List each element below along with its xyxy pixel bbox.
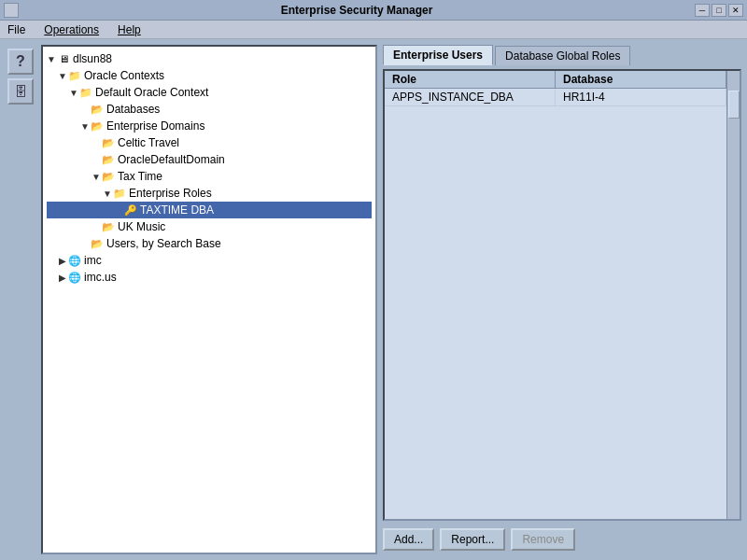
- tree-panel: ▼ 🖥 dlsun88 ▼ 📁 Oracle Contexts ▼ 📁 Defa…: [41, 45, 377, 554]
- tree-node-users-by-search[interactable]: 📂 Users, by Search Base: [47, 235, 372, 252]
- node-label-default-oracle-context: Default Oracle Context: [95, 86, 208, 99]
- node-label-oracle-contexts: Oracle Contexts: [84, 69, 164, 82]
- folder-yellow-icon-tax-time: 📂: [101, 170, 116, 183]
- folder-yellow-icon-users-by-search: 📂: [90, 237, 105, 250]
- col-role: Role: [385, 71, 556, 88]
- tab-enterprise-users[interactable]: Enterprise Users: [383, 45, 493, 65]
- menu-bar: File Operations Help: [0, 21, 747, 39]
- expander-dlsun88: ▼: [47, 54, 56, 64]
- expander-users-by-search: [80, 239, 90, 249]
- sidebar-icons: ? 🗄: [6, 45, 35, 554]
- tree-node-tax-time[interactable]: ▼ 📂 Tax Time: [47, 168, 372, 185]
- title-bar: Enterprise Security Manager ─ □ ✕: [0, 0, 747, 21]
- folder-yellow-icon-oracle-default-domain: 📂: [101, 153, 116, 166]
- minimize-button[interactable]: ─: [695, 4, 710, 17]
- tree-node-enterprise-roles[interactable]: ▼ 📁 Enterprise Roles: [47, 185, 372, 202]
- folder-blue-icon-default-oracle-context: 📁: [78, 86, 93, 99]
- table-row[interactable]: APPS_INSTANCE_DBA HR11I-4: [385, 89, 726, 106]
- folder-yellow-icon-celtic-travel: 📂: [101, 136, 116, 149]
- globe-icon-imc-us: 🌐: [67, 271, 82, 284]
- expander-uk-music: [92, 222, 101, 232]
- node-label-tax-time: Tax Time: [118, 170, 162, 183]
- right-panel: Enterprise Users Database Global Roles R…: [383, 45, 741, 554]
- expander-imc-us: ▶: [58, 273, 67, 283]
- report-button[interactable]: Report...: [440, 528, 505, 551]
- node-label-databases: Databases: [106, 103, 160, 116]
- node-label-imc-us: imc.us: [84, 271, 117, 284]
- role-key-icon-taxtime-dba: 🔑: [123, 203, 138, 217]
- expander-oracle-default-domain: [92, 155, 101, 165]
- node-label-celtic-travel: Celtic Travel: [118, 136, 179, 149]
- menu-operations[interactable]: Operations: [40, 22, 103, 37]
- expander-taxtime-dba: [114, 205, 123, 216]
- folder-yellow-icon-databases: 📂: [90, 103, 105, 116]
- menu-file[interactable]: File: [4, 22, 29, 37]
- window-title: Enterprise Security Manager: [19, 4, 695, 17]
- tree-node-imc[interactable]: ▶ 🌐 imc: [47, 252, 372, 269]
- folder-yellow-icon-uk-music: 📂: [101, 220, 116, 233]
- add-button[interactable]: Add...: [383, 528, 434, 551]
- node-label-imc: imc: [84, 254, 102, 267]
- folder-blue-icon-enterprise-roles: 📁: [112, 187, 127, 200]
- tree-node-oracle-default-domain[interactable]: 📂 OracleDefaultDomain: [47, 151, 372, 168]
- scrollbar-right[interactable]: [726, 71, 740, 519]
- col-database: Database: [556, 71, 726, 88]
- expander-celtic-travel: [92, 138, 101, 148]
- main-container: ? 🗄 ▼ 🖥 dlsun88 ▼ 📁 Oracle Contexts ▼ 📁 …: [0, 39, 747, 560]
- expander-tax-time: ▼: [92, 172, 101, 182]
- node-label-enterprise-domains: Enterprise Domains: [106, 119, 204, 133]
- cell-role: APPS_INSTANCE_DBA: [385, 89, 556, 105]
- tree-node-default-oracle-context[interactable]: ▼ 📁 Default Oracle Context: [47, 84, 372, 101]
- help-icon-button[interactable]: ?: [7, 49, 34, 75]
- node-label-users-by-search: Users, by Search Base: [106, 237, 221, 250]
- folder-yellow-icon-enterprise-domains: 📂: [90, 119, 105, 133]
- action-buttons: Add... Report... Remove: [383, 525, 741, 554]
- tree-node-celtic-travel[interactable]: 📂 Celtic Travel: [47, 134, 372, 151]
- expander-default-oracle-context: ▼: [69, 88, 78, 98]
- maximize-button[interactable]: □: [712, 4, 726, 17]
- tree-node-enterprise-domains[interactable]: ▼ 📂 Enterprise Domains: [47, 118, 372, 134]
- table-container: Role Database APPS_INSTANCE_DBA HR11I-4: [385, 71, 726, 519]
- globe-icon-imc: 🌐: [67, 254, 82, 267]
- folder-blue-icon-oracle-contexts: 📁: [67, 69, 82, 82]
- expander-enterprise-roles: ▼: [103, 189, 112, 199]
- node-label-taxtime-dba: TAXTIME DBA: [140, 203, 214, 217]
- tree-node-oracle-contexts[interactable]: ▼ 📁 Oracle Contexts: [47, 67, 372, 84]
- expander-imc: ▶: [58, 256, 67, 266]
- tab-database-global-roles[interactable]: Database Global Roles: [495, 46, 630, 65]
- expander-enterprise-domains: ▼: [80, 121, 90, 132]
- title-controls: ─ □ ✕: [695, 4, 743, 17]
- menu-help[interactable]: Help: [114, 22, 145, 37]
- node-label-uk-music: UK Music: [118, 220, 165, 233]
- title-icon: [4, 3, 19, 18]
- node-label-enterprise-roles: Enterprise Roles: [129, 187, 212, 200]
- expander-databases: [80, 105, 90, 115]
- tree-node-dlsun88[interactable]: ▼ 🖥 dlsun88: [47, 50, 372, 67]
- close-button[interactable]: ✕: [728, 4, 743, 17]
- tree-node-taxtime-dba[interactable]: 🔑 TAXTIME DBA: [47, 202, 372, 218]
- question-mark-icon: ?: [16, 53, 25, 70]
- node-label-dlsun88: dlsun88: [73, 52, 112, 65]
- expander-oracle-contexts: ▼: [58, 71, 67, 81]
- scroll-thumb[interactable]: [728, 91, 740, 119]
- tree-node-uk-music[interactable]: 📂 UK Music: [47, 218, 372, 235]
- table-header: Role Database: [385, 71, 726, 89]
- tab-content: Role Database APPS_INSTANCE_DBA HR11I-4: [383, 69, 741, 521]
- cell-database: HR11I-4: [556, 89, 726, 105]
- tabs-container: Enterprise Users Database Global Roles: [383, 45, 741, 65]
- tree-node-imc-us[interactable]: ▶ 🌐 imc.us: [47, 269, 372, 286]
- database-icon: 🗄: [14, 84, 27, 99]
- monitor-icon: 🖥: [56, 52, 71, 65]
- db-icon-button[interactable]: 🗄: [7, 78, 34, 105]
- remove-button[interactable]: Remove: [511, 528, 575, 551]
- node-label-oracle-default-domain: OracleDefaultDomain: [118, 153, 225, 166]
- tree-node-databases[interactable]: 📂 Databases: [47, 101, 372, 118]
